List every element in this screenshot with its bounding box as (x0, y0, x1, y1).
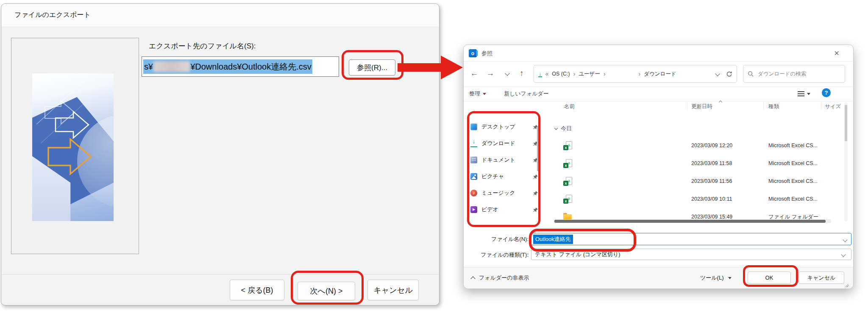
sidebar-item[interactable]: デスクトップ (470, 121, 538, 132)
file-modified: 2023/03/09 11:56 (691, 178, 768, 184)
refresh-icon[interactable] (726, 71, 732, 77)
organize-menu[interactable]: 整理 (469, 89, 486, 98)
sidebar-item[interactable]: ミュージック (470, 188, 538, 199)
nav-back-button[interactable]: ← (468, 67, 481, 80)
sidebar-item-label: ドキュメント (481, 156, 515, 164)
file-type: Microsoft Excel CS... (768, 178, 846, 184)
filetype-label: ファイルの種類(T): (471, 251, 529, 259)
command-toolbar: 整理 新しいフォルダー ? (464, 87, 853, 101)
ok-button[interactable]: OK (748, 272, 791, 284)
excel-csv-icon (563, 159, 572, 168)
sidebar-item[interactable]: ピクチャ (470, 171, 538, 182)
file-modified: 2023/03/09 10:11 (691, 196, 768, 202)
sidebar-item-label: ダウンロード (481, 140, 515, 147)
browse-cancel-button[interactable]: キャンセル (798, 272, 844, 284)
sidebar: デスクトップ ダウンロード ドキュメント (470, 121, 538, 215)
desktop-icon (470, 123, 477, 130)
browse-button[interactable]: 参照(R)... (349, 59, 395, 76)
export-filename-input[interactable]: s¥¥Downloads¥Outlook連絡先.csv (142, 56, 339, 77)
breadcrumb-separator: › (639, 70, 641, 77)
breadcrumb-separator: › (604, 70, 606, 77)
close-icon[interactable]: × (831, 48, 843, 59)
sidebar-scrollbar[interactable] (537, 126, 540, 171)
view-mode-button[interactable] (798, 89, 810, 98)
filename-input[interactable]: Outlook連絡先 (531, 233, 851, 245)
wizard-title: ファイルのエクスポート (14, 11, 91, 20)
search-input[interactable] (757, 70, 831, 77)
next-button[interactable]: 次へ(N) > (298, 282, 355, 300)
sidebar-item[interactable]: ダウンロード (470, 138, 538, 149)
sidebar-item[interactable]: ビデオ (470, 204, 538, 215)
list-scrollbar-horizontal[interactable] (554, 219, 831, 223)
documents-icon (470, 157, 477, 163)
breadcrumb-downloads[interactable]: ダウンロード (644, 70, 676, 78)
sidebar-item-label: ミュージック (481, 189, 515, 197)
breadcrumb-users[interactable]: ユーザー (579, 70, 600, 78)
file-row[interactable]: 2023/03/09 10:11 Microsoft Excel CS... (555, 193, 847, 205)
breadcrumb-separator: › (573, 70, 576, 77)
pin-icon (533, 191, 538, 196)
address-bar[interactable]: ↓ « OS (C:) › ユーザー › › ダウンロード (534, 65, 737, 83)
filetype-select[interactable]: テキスト ファイル (コンマ区切り) (531, 249, 851, 260)
list-scrollbar-vertical[interactable] (844, 102, 848, 221)
wizard-image-frame (11, 38, 139, 254)
outlook-icon: o (469, 49, 477, 57)
nav-history-dropdown[interactable] (501, 67, 514, 80)
sort-ascending-icon (719, 99, 722, 105)
file-type: Microsoft Excel CS... (768, 160, 846, 166)
filename-selected-text: Outlook連絡先 (533, 235, 573, 244)
column-header-modified[interactable]: 更新日時 (691, 103, 768, 110)
hide-folders-toggle[interactable]: フォルダーの非表示 (471, 274, 529, 282)
group-row-today[interactable]: 今日 (555, 125, 572, 132)
chevron-down-icon[interactable] (843, 235, 847, 243)
file-list: 2023/03/09 12:20 Microsoft Excel CS... 2… (555, 140, 847, 222)
pin-icon (533, 207, 538, 213)
wizard-cancel-button[interactable]: キャンセル (367, 280, 419, 300)
downloads-icon (470, 140, 477, 147)
excel-csv-icon (563, 141, 572, 150)
search-box[interactable] (743, 65, 845, 83)
tools-menu[interactable]: ツール(L) (700, 274, 732, 282)
caret-down-icon (807, 93, 810, 95)
resize-grip[interactable] (845, 283, 849, 287)
back-button[interactable]: < 戻る(B) (230, 280, 284, 300)
chevron-down-icon (505, 71, 509, 76)
screenshot-stage: ファイルのエクスポート エクスポート先のファイル名(S): s¥¥Downloa… (0, 0, 868, 311)
nav-forward-button[interactable]: → (484, 67, 497, 80)
wizard-artwork (32, 73, 114, 221)
redacted-path-segment (153, 61, 190, 72)
address-dropdown-icon[interactable] (715, 71, 720, 76)
file-modified: 2023/03/09 11:58 (691, 160, 768, 166)
file-type: Microsoft Excel CS... (768, 196, 846, 202)
caret-down-icon (728, 277, 732, 279)
export-filename-label: エクスポート先のファイル名(S): (149, 41, 256, 51)
artwork-arrows (32, 73, 114, 221)
pin-icon (533, 174, 538, 179)
breadcrumb-drive[interactable]: OS (C:) (552, 71, 570, 77)
breadcrumb-redacted-user (609, 71, 635, 77)
file-modified: 2023/03/09 12:20 (691, 143, 768, 148)
nav-up-button[interactable]: ↑ (515, 67, 528, 80)
help-icon[interactable]: ? (822, 88, 831, 97)
file-row[interactable]: 2023/03/09 11:58 Microsoft Excel CS... (555, 158, 847, 169)
downloads-folder-icon: ↓ (538, 71, 542, 77)
export-wizard-dialog: ファイルのエクスポート エクスポート先のファイル名(S): s¥¥Downloa… (1, 3, 440, 305)
videos-icon (470, 206, 477, 213)
sidebar-item-label: ビデオ (481, 206, 498, 213)
filename-label: ファイル名(N): (471, 235, 529, 243)
file-modified: 2023/03/09 15:49 (691, 214, 768, 220)
navigation-row: ← → ↑ ↓ « OS (C:) › ユーザー › › ダウンロード (464, 61, 853, 87)
search-icon (748, 71, 754, 77)
new-folder-button[interactable]: 新しいフォルダー (504, 89, 549, 98)
column-header-name[interactable]: 名前 (555, 103, 691, 110)
chevron-down-icon[interactable] (842, 251, 845, 258)
file-row[interactable]: 2023/03/09 11:56 Microsoft Excel CS... (555, 176, 847, 187)
sidebar-item[interactable]: ドキュメント (470, 154, 538, 165)
breadcrumb-prefix: « (545, 70, 549, 77)
file-row[interactable]: 2023/03/09 12:20 Microsoft Excel CS... (555, 140, 847, 151)
sidebar-item-label: ピクチャ (481, 173, 504, 180)
sidebar-item-label: デスクトップ (481, 123, 515, 131)
column-header-size[interactable]: サイズ (825, 103, 846, 110)
file-type: Microsoft Excel CS... (768, 143, 846, 148)
column-header-type[interactable]: 種類 (768, 103, 825, 110)
